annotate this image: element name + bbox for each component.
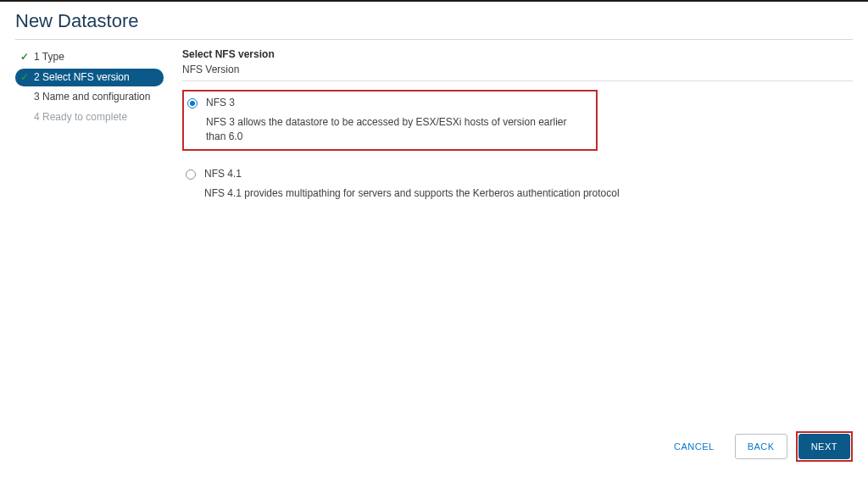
check-icon: ✓ bbox=[20, 71, 32, 85]
back-button[interactable]: BACK bbox=[735, 434, 787, 459]
wizard-steps-sidebar: ✓ 1 Type ✓ 2 Select NFS version 3 Name a… bbox=[15, 48, 164, 421]
step-name-and-configuration-label: 3 Name and configuration bbox=[34, 91, 159, 104]
step-select-nfs-version-label: 2 Select NFS version bbox=[34, 71, 159, 85]
nfs-version-options: NFS 3 NFS 3 allows the datastore to be a… bbox=[182, 90, 853, 205]
radio-nfs41[interactable] bbox=[186, 169, 196, 180]
section-title: Select NFS version bbox=[182, 48, 853, 60]
next-button-highlight: NEXT bbox=[796, 431, 853, 462]
option-nfs41-title: NFS 4.1 bbox=[204, 168, 846, 180]
option-nfs3-description: NFS 3 allows the datastore to be accesse… bbox=[206, 115, 589, 144]
check-icon: ✓ bbox=[20, 51, 32, 64]
option-nfs41-description: NFS 4.1 provides multipathing for server… bbox=[204, 186, 846, 201]
option-nfs3[interactable]: NFS 3 NFS 3 allows the datastore to be a… bbox=[182, 90, 598, 151]
step-select-nfs-version[interactable]: ✓ 2 Select NFS version bbox=[15, 69, 164, 87]
option-nfs3-title: NFS 3 bbox=[206, 97, 589, 108]
next-button[interactable]: NEXT bbox=[798, 434, 850, 459]
wizard-content: Select NFS version NFS Version NFS 3 NFS… bbox=[182, 48, 853, 421]
step-type[interactable]: ✓ 1 Type bbox=[15, 48, 164, 67]
step-name-and-configuration[interactable]: 3 Name and configuration bbox=[15, 88, 164, 107]
section-subtitle: NFS Version bbox=[182, 64, 853, 75]
option-nfs41[interactable]: NFS 4.1 NFS 4.1 provides multipathing fo… bbox=[182, 163, 853, 206]
step-type-label: 1 Type bbox=[34, 51, 159, 64]
step-ready-to-complete: 4 Ready to complete bbox=[15, 108, 164, 127]
step-ready-to-complete-label: 4 Ready to complete bbox=[34, 111, 159, 125]
radio-nfs3[interactable] bbox=[187, 98, 198, 108]
wizard-footer: CANCEL BACK NEXT bbox=[0, 421, 868, 477]
dialog-title: New Datastore bbox=[15, 10, 853, 32]
cancel-button[interactable]: CANCEL bbox=[662, 435, 726, 458]
section-divider bbox=[182, 80, 853, 81]
